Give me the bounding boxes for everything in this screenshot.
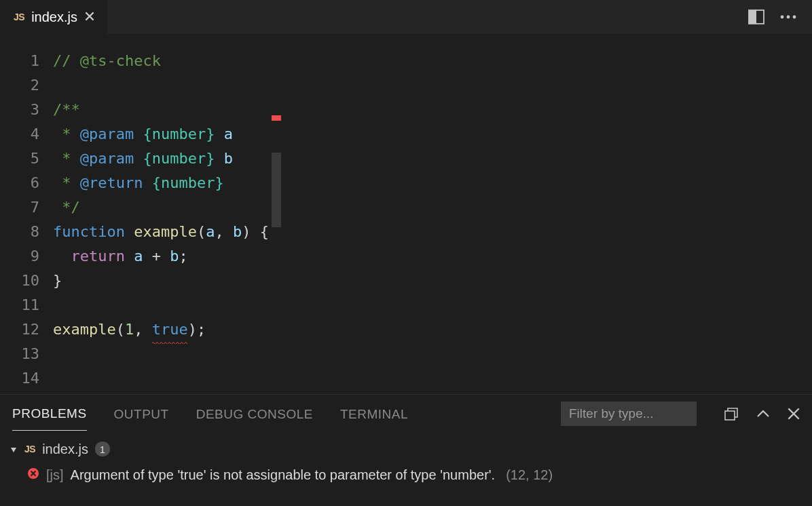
tab-debug-console[interactable]: DEBUG CONSOLE [196, 397, 313, 431]
code-token: * [62, 122, 80, 147]
line-number: 1 [0, 49, 53, 73]
tab-output[interactable]: OUTPUT [114, 397, 169, 431]
overview-ruler[interactable] [269, 34, 281, 394]
code-line[interactable]: function example(a, b) { [53, 220, 269, 244]
code-token [53, 147, 62, 171]
tab-terminal[interactable]: TERMINAL [340, 397, 408, 431]
code-token: ; [179, 244, 187, 269]
code-token: */ [62, 195, 80, 220]
js-file-icon: JS [14, 12, 24, 22]
line-number: 13 [0, 342, 53, 366]
error-squiggle [152, 341, 188, 344]
code-line[interactable]: */ [53, 195, 269, 220]
code-token: {number} [143, 147, 215, 171]
code-token: ( [197, 220, 206, 244]
code-token: example [134, 220, 197, 244]
svg-rect-5 [725, 411, 735, 420]
filter-input[interactable]: Filter by type... [561, 402, 697, 426]
code-line[interactable] [53, 342, 269, 366]
line-number: 9 [0, 244, 53, 269]
svg-point-2 [781, 16, 784, 19]
svg-point-4 [793, 16, 796, 19]
code-content[interactable]: // @ts-check/** * @param {number} a * @p… [53, 34, 269, 394]
code-line[interactable]: * @param {number} b [53, 147, 269, 171]
code-line[interactable]: /** [53, 98, 269, 122]
code-token: , [134, 317, 152, 342]
code-token: a [134, 244, 143, 269]
code-token: true [152, 317, 188, 342]
code-token [53, 122, 62, 147]
twisty-expanded-icon[interactable] [10, 442, 18, 457]
filter-placeholder: Filter by type... [569, 406, 654, 421]
problem-message: Argument of type 'true' is not assignabl… [71, 467, 496, 483]
split-editor-icon[interactable] [748, 9, 764, 24]
line-number: 5 [0, 147, 53, 171]
line-number: 3 [0, 98, 53, 122]
code-token: example [53, 317, 116, 342]
editor-area[interactable]: 1234567891011121314 // @ts-check/** * @p… [0, 34, 812, 394]
code-token: @ts-check [80, 49, 161, 73]
line-number: 10 [0, 269, 53, 293]
error-icon [27, 467, 39, 483]
code-token [215, 147, 223, 171]
code-line[interactable] [53, 293, 269, 317]
code-line[interactable] [53, 73, 269, 98]
tab-index-js[interactable]: JS index.js [0, 0, 107, 34]
code-line[interactable]: return a + b; [53, 244, 269, 269]
more-actions-icon[interactable] [779, 14, 797, 20]
line-number: 7 [0, 195, 53, 220]
close-panel-icon[interactable] [788, 408, 800, 420]
code-token: @param [80, 122, 134, 147]
line-number: 4 [0, 122, 53, 147]
code-line[interactable]: * @param {number} a [53, 122, 269, 147]
line-number: 6 [0, 171, 53, 195]
code-token [215, 122, 223, 147]
code-token: a [224, 122, 233, 147]
tab-bar: JS index.js [0, 0, 812, 34]
code-token: ( [116, 317, 125, 342]
panel-tabs: PROBLEMS OUTPUT DEBUG CONSOLE TERMINAL F… [0, 395, 812, 433]
problem-item[interactable]: [js] Argument of type 'true' is not assi… [10, 461, 812, 488]
close-tab-icon[interactable] [84, 9, 95, 25]
code-token: * [62, 171, 80, 195]
overview-scroll-region[interactable] [272, 153, 281, 227]
problem-source: [js] [46, 467, 64, 483]
line-number: 2 [0, 73, 53, 98]
code-token [134, 147, 143, 171]
code-token: } [53, 269, 62, 293]
line-number-gutter: 1234567891011121314 [0, 34, 53, 394]
code-token [134, 122, 143, 147]
problem-count-badge: 1 [95, 442, 110, 456]
svg-rect-1 [749, 10, 756, 24]
code-line[interactable]: * @return {number} [53, 171, 269, 195]
code-token: ); [188, 317, 206, 342]
code-token: function [53, 220, 125, 244]
code-token: {number} [143, 122, 215, 147]
chevron-up-icon[interactable] [756, 409, 770, 419]
code-token [53, 244, 71, 269]
code-token: b [224, 147, 233, 171]
code-token: 1 [125, 317, 134, 342]
tab-filename: index.js [31, 9, 77, 25]
problems-file-row[interactable]: JS index.js 1 [10, 437, 812, 461]
code-token: // [53, 49, 80, 73]
code-token: , [215, 220, 233, 244]
code-token [53, 171, 62, 195]
code-line[interactable]: // @ts-check [53, 49, 269, 73]
code-token: ) { [242, 220, 269, 244]
code-token: return [71, 244, 125, 269]
code-line[interactable] [53, 366, 269, 391]
overview-error-marker[interactable] [272, 115, 281, 121]
code-token [125, 244, 134, 269]
code-line[interactable]: example(1, true); [53, 317, 269, 342]
tab-problems[interactable]: PROBLEMS [12, 397, 87, 431]
code-token: * [62, 147, 80, 171]
problem-location: (12, 12) [506, 467, 553, 483]
line-number: 11 [0, 293, 53, 317]
code-token: /** [53, 98, 80, 122]
code-token: a [206, 220, 215, 244]
code-token: b [170, 244, 179, 269]
code-line[interactable]: } [53, 269, 269, 293]
line-number: 12 [0, 317, 53, 342]
collapse-all-icon[interactable] [724, 406, 739, 421]
